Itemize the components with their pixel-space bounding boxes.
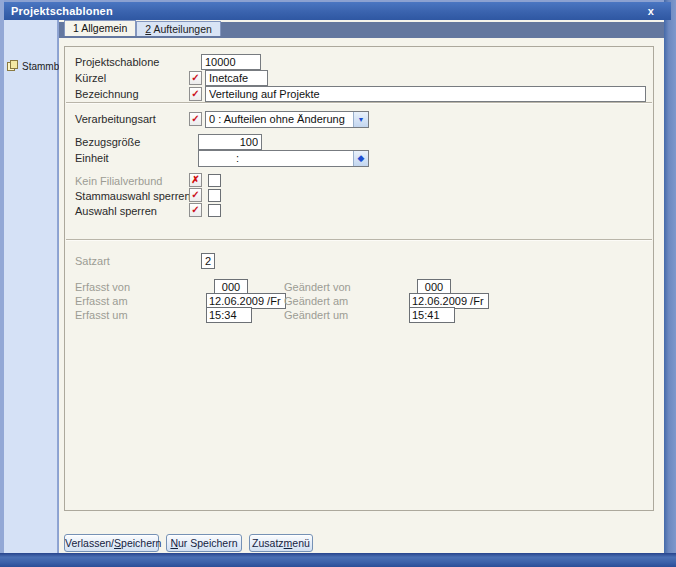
chevron-down-icon[interactable]: ▼ — [353, 112, 368, 127]
sidebar: Stammblatt — [4, 20, 58, 553]
btn-text: Verlassen/ — [65, 537, 114, 549]
zusatzmenu-button[interactable]: Zusatzmenü — [249, 534, 313, 552]
bezugsgroesse-label: Bezugsgröße — [75, 134, 140, 150]
tab-aufteilungen-label: Aufteilungen — [151, 23, 212, 35]
content-area: 1 Allgemein 2 Aufteilungen Projektschabl… — [59, 20, 664, 553]
tab-allgemein-label: 1 Allgemein — [73, 22, 127, 34]
auswahl-sperren-label: Auswahl sperren — [75, 203, 157, 219]
tab-strip: 1 Allgemein 2 Aufteilungen — [64, 20, 221, 36]
mandatory-check-icon[interactable]: ✓ — [189, 112, 202, 126]
verlassen-speichern-button[interactable]: Verlassen/Speichern — [64, 534, 159, 552]
btn-accel: N — [170, 537, 178, 549]
projektschablone-label: Projektschablone — [75, 54, 159, 70]
einheit-dropdown[interactable]: : ◆ — [198, 150, 369, 167]
bezeichnung-input[interactable] — [205, 86, 646, 102]
tab-aufteilungen[interactable]: 2 Aufteilungen — [136, 21, 221, 36]
separator — [66, 102, 652, 104]
updown-diamond-icon[interactable]: ◆ — [353, 151, 368, 166]
tab-allgemein[interactable]: 1 Allgemein — [64, 20, 136, 36]
projektschablonen-window: Projektschablonen x Stammblatt 1 Allgeme… — [0, 0, 676, 567]
window-frame-bottom — [0, 553, 676, 567]
titlebar[interactable]: Projektschablonen x — [4, 2, 671, 20]
kein-filialverbund-checkbox[interactable] — [208, 174, 221, 187]
nur-speichern-button[interactable]: Nur Speichern — [166, 534, 242, 552]
pages-icon — [7, 60, 19, 72]
close-icon[interactable]: x — [643, 2, 659, 20]
mandatory-check-icon[interactable]: ✓ — [189, 203, 202, 217]
verarbeitungsart-dropdown[interactable]: 0 : Aufteilen ohne Änderung ▼ — [205, 111, 369, 128]
kuerzel-label: Kürzel — [75, 70, 106, 86]
bezugsgroesse-input[interactable] — [198, 134, 262, 150]
kein-filialverbund-label: Kein Filialverbund — [75, 173, 162, 189]
btn-text: ur Speichern — [178, 537, 238, 549]
geaendert-um-value: 15:41 — [409, 307, 455, 323]
geaendert-um-label: Geändert um — [284, 307, 348, 323]
auswahl-sperren-checkbox[interactable] — [208, 204, 221, 217]
mandatory-check-icon[interactable]: ✓ — [189, 188, 202, 202]
einheit-label: Einheit — [75, 150, 109, 166]
btn-text: Zusatz — [252, 537, 284, 549]
form-panel: Projektschablone Kürzel ✓ Bezeichnung ✓ … — [64, 46, 654, 511]
separator — [66, 239, 652, 241]
bezeichnung-label: Bezeichnung — [75, 86, 139, 102]
einheit-value: : — [202, 151, 352, 166]
btn-text: peichern — [121, 537, 161, 549]
kuerzel-input[interactable] — [205, 70, 268, 86]
btn-accel: S — [114, 537, 121, 549]
verarbeitungsart-value: 0 : Aufteilen ohne Änderung — [209, 112, 352, 127]
erfasst-um-value: 15:34 — [206, 307, 252, 323]
window-title: Projektschablonen — [11, 5, 113, 17]
verarbeitungsart-label: Verarbeitungsart — [75, 111, 156, 127]
window-frame-right — [664, 0, 676, 567]
btn-text: enü — [292, 537, 310, 549]
mandatory-check-icon[interactable]: ✓ — [189, 87, 202, 101]
mandatory-check-icon[interactable]: ✓ — [189, 71, 202, 85]
stammauswahl-sperren-label: Stammauswahl sperren — [75, 188, 191, 204]
projektschablone-input[interactable] — [201, 54, 261, 70]
satzart-label: Satzart — [75, 253, 110, 269]
red-cross-icon: ✗ — [189, 173, 202, 187]
satzart-value: 2 — [201, 253, 215, 269]
erfasst-um-label: Erfasst um — [75, 307, 128, 323]
stammauswahl-sperren-checkbox[interactable] — [208, 189, 221, 202]
